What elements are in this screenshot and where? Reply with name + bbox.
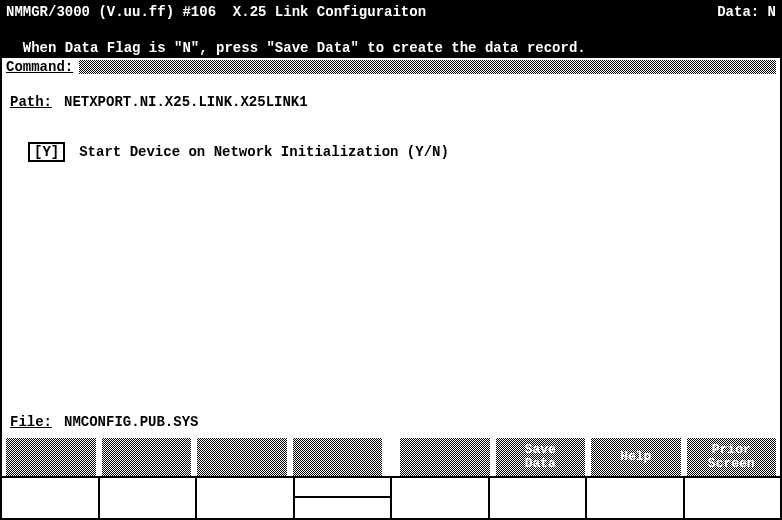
fnkey-f1[interactable] xyxy=(6,438,96,476)
start-device-input[interactable]: [Y] xyxy=(28,142,65,162)
fnkey-f5[interactable] xyxy=(400,438,490,476)
file-value: NMCONFIG.PUB.SYS xyxy=(64,414,198,430)
command-input[interactable] xyxy=(79,60,776,74)
path-value: NETXPORT.NI.X25.LINK.X25LINK1 xyxy=(64,94,308,110)
start-device-label: Start Device on Network Initialization (… xyxy=(79,144,449,160)
app-title: NMMGR/3000 (V.uu.ff) #106 X.25 Link Conf… xyxy=(6,4,426,20)
path-row: Path: NETXPORT.NI.X25.LINK.X25LINK1 xyxy=(10,94,772,110)
status-cell-2 xyxy=(100,478,198,518)
fnkey-help[interactable]: Help xyxy=(591,438,681,476)
data-flag: Data: N xyxy=(717,4,776,20)
status-cell-8 xyxy=(685,478,781,518)
fnkey-f3[interactable] xyxy=(197,438,287,476)
status-cell-4 xyxy=(295,478,393,518)
command-label: Command: xyxy=(6,59,73,75)
status-cell-7 xyxy=(587,478,685,518)
status-cell-3 xyxy=(197,478,295,518)
message-bar: When Data Flag is "N", press "Save Data"… xyxy=(2,22,780,58)
main-area: Path: NETXPORT.NI.X25.LINK.X25LINK1 [Y] … xyxy=(2,76,780,166)
start-device-row: [Y] Start Device on Network Initializati… xyxy=(28,142,772,162)
message-text: When Data Flag is "N", press "Save Data"… xyxy=(23,40,586,56)
command-bar: Command: xyxy=(2,58,780,76)
file-row: File: NMCONFIG.PUB.SYS xyxy=(10,414,198,430)
status-cell-1 xyxy=(2,478,100,518)
status-cell-5 xyxy=(392,478,490,518)
title-bar: NMMGR/3000 (V.uu.ff) #106 X.25 Link Conf… xyxy=(2,2,780,22)
fnkey-f4[interactable] xyxy=(293,438,383,476)
path-label: Path: xyxy=(10,94,52,110)
file-label: File: xyxy=(10,414,52,430)
bottom-status-grid xyxy=(2,476,780,518)
fnkey-prior-screen[interactable]: PriorScreen xyxy=(687,438,777,476)
function-keys: SaveData Help PriorScreen xyxy=(6,438,776,476)
fnkey-save-data[interactable]: SaveData xyxy=(496,438,586,476)
status-cell-6 xyxy=(490,478,588,518)
fnkey-f2[interactable] xyxy=(102,438,192,476)
